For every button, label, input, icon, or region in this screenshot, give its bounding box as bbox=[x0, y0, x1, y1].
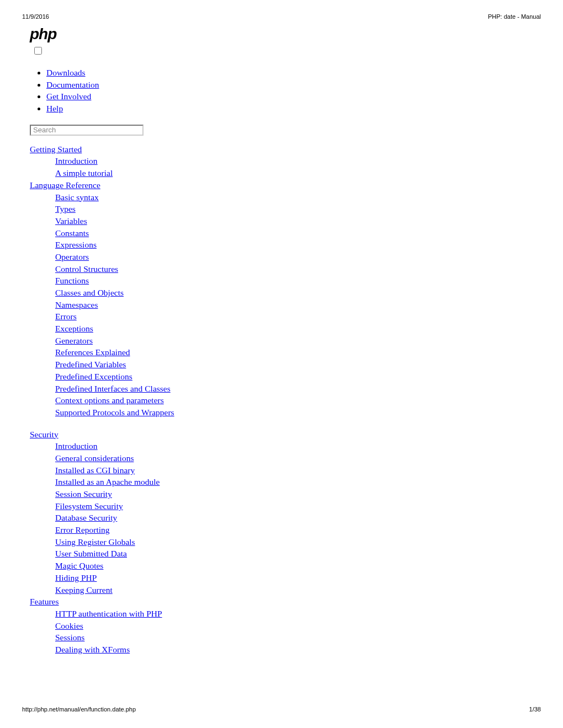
nav-link[interactable]: Using Register Globals bbox=[55, 537, 135, 547]
section-heading-features[interactable]: Features bbox=[30, 597, 59, 606]
nav-link[interactable]: Expressions bbox=[55, 240, 97, 249]
nav-link[interactable]: Predefined Exceptions bbox=[55, 372, 132, 381]
nav-link[interactable]: Operators bbox=[55, 252, 89, 261]
nav-link[interactable]: References Explained bbox=[55, 347, 130, 357]
nav-link[interactable]: Supported Protocols and Wrappers bbox=[55, 408, 174, 417]
nav-link[interactable]: Error Reporting bbox=[55, 525, 110, 534]
topnav-link-get-involved[interactable]: Get Involved bbox=[46, 92, 91, 101]
nav-link[interactable]: User Submitted Data bbox=[55, 549, 127, 558]
nav-link[interactable]: Session Security bbox=[55, 489, 112, 499]
print-date: 11/9/2016 bbox=[22, 13, 49, 20]
page-title: PHP: date - Manual bbox=[488, 13, 541, 20]
footer-pagenum: 1/38 bbox=[529, 706, 541, 713]
nav-link[interactable]: Hiding PHP bbox=[55, 573, 97, 582]
nav-link[interactable]: Predefined Variables bbox=[55, 360, 126, 369]
nav-link[interactable]: Functions bbox=[55, 276, 89, 285]
section-heading-security[interactable]: Security bbox=[30, 430, 59, 439]
topnav-link-downloads[interactable]: Downloads bbox=[46, 68, 86, 77]
nav-link[interactable]: Control Structures bbox=[55, 264, 118, 274]
nav-link[interactable]: Magic Quotes bbox=[55, 561, 103, 570]
section-spacer bbox=[55, 419, 541, 429]
nav-link[interactable]: Constants bbox=[55, 228, 89, 238]
nav-link[interactable]: Namespaces bbox=[55, 300, 98, 309]
section-heading-language-reference[interactable]: Language Reference bbox=[30, 180, 100, 190]
nav-link[interactable]: Filesystem Security bbox=[55, 501, 123, 511]
topnav-link-documentation[interactable]: Documentation bbox=[46, 80, 99, 89]
nav-link[interactable]: Installed as an Apache module bbox=[55, 477, 160, 486]
nav-link[interactable]: Installed as CGI binary bbox=[55, 465, 135, 475]
nav-link[interactable]: Cookies bbox=[55, 621, 83, 630]
nav-link[interactable]: A simple tutorial bbox=[55, 168, 113, 178]
toggle-checkbox[interactable] bbox=[34, 47, 42, 55]
nav-link[interactable]: Keeping Current bbox=[55, 585, 113, 595]
topnav-link-help[interactable]: Help bbox=[46, 104, 63, 113]
nav-link[interactable]: Exceptions bbox=[55, 324, 93, 333]
nav-link[interactable]: Sessions bbox=[55, 633, 84, 642]
nav-link[interactable]: Variables bbox=[55, 216, 87, 226]
nav-link[interactable]: Introduction bbox=[55, 441, 98, 451]
nav-link[interactable]: HTTP authentication with PHP bbox=[55, 609, 162, 618]
nav-link[interactable]: Classes and Objects bbox=[55, 288, 124, 297]
footer-url: http://php.net/manual/en/function.date.p… bbox=[22, 706, 136, 713]
nav-link[interactable]: Generators bbox=[55, 336, 93, 345]
nav-link[interactable]: General considerations bbox=[55, 453, 134, 463]
nav-link[interactable]: Types bbox=[55, 204, 76, 213]
nav-link[interactable]: Introduction bbox=[55, 156, 98, 165]
nav-link[interactable]: Predefined Interfaces and Classes bbox=[55, 384, 171, 393]
nav-link[interactable]: Basic syntax bbox=[55, 192, 99, 202]
nav-link[interactable]: Dealing with XForms bbox=[55, 645, 130, 654]
php-logo: php bbox=[30, 25, 541, 43]
nav-link[interactable]: Context options and parameters bbox=[55, 395, 164, 405]
section-heading-getting-started[interactable]: Getting Started bbox=[30, 144, 82, 154]
search-input[interactable] bbox=[30, 125, 144, 136]
nav-link[interactable]: Database Security bbox=[55, 513, 117, 522]
nav-link[interactable]: Errors bbox=[55, 312, 77, 321]
